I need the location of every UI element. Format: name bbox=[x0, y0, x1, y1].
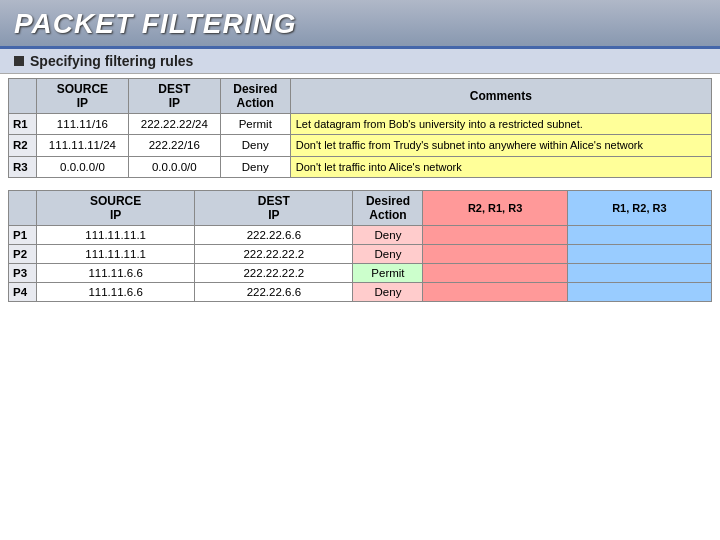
row-p3-r1r2r3 bbox=[567, 263, 711, 282]
th-b-desired-action: DesiredAction bbox=[353, 190, 423, 225]
row-p3-dest: 222.22.22.2 bbox=[195, 263, 353, 282]
row-r1-source: 111.11/16 bbox=[37, 114, 129, 135]
row-r3-dest: 0.0.0.0/0 bbox=[128, 156, 220, 177]
row-p2-dest: 222.22.22.2 bbox=[195, 244, 353, 263]
row-r1-comment: Let datagram from Bob's university into … bbox=[290, 114, 711, 135]
row-r2-source: 111.11.11/24 bbox=[37, 135, 129, 156]
row-id-p3: P3 bbox=[9, 263, 37, 282]
row-p2-r2r1r3 bbox=[423, 244, 567, 263]
row-id-r3: R3 bbox=[9, 156, 37, 177]
row-p1-source: 111.11.11.1 bbox=[37, 225, 195, 244]
row-p1-action: Deny bbox=[353, 225, 423, 244]
th-r1r2r3: R1, R2, R3 bbox=[567, 190, 711, 225]
row-p4-dest: 222.22.6.6 bbox=[195, 282, 353, 301]
row-r1-action: Permit bbox=[220, 114, 290, 135]
row-p2-source: 111.11.11.1 bbox=[37, 244, 195, 263]
page-header: PACKET FILTERING bbox=[0, 0, 720, 49]
row-p4-action: Deny bbox=[353, 282, 423, 301]
row-p4-r2r1r3 bbox=[423, 282, 567, 301]
page: PACKET FILTERING Specifying filtering ru… bbox=[0, 0, 720, 540]
table-row: R1 111.11/16 222.22.22/24 Permit Let dat… bbox=[9, 114, 712, 135]
table-row: R3 0.0.0.0/0 0.0.0.0/0 Deny Don't let tr… bbox=[9, 156, 712, 177]
row-p3-r2r1r3 bbox=[423, 263, 567, 282]
th-empty-2 bbox=[9, 190, 37, 225]
row-p1-r2r1r3 bbox=[423, 225, 567, 244]
row-r3-comment: Don't let traffic into Alice's network bbox=[290, 156, 711, 177]
subheader-text: Specifying filtering rules bbox=[30, 53, 193, 69]
row-id-p4: P4 bbox=[9, 282, 37, 301]
th-r2r1r3: R2, R1, R3 bbox=[423, 190, 567, 225]
th-desired-action: DesiredAction bbox=[220, 79, 290, 114]
table-row: P1 111.11.11.1 222.22.6.6 Deny bbox=[9, 225, 712, 244]
top-table: SOURCEIP DESTIP DesiredAction Comments R… bbox=[8, 78, 712, 178]
row-p2-action: Deny bbox=[353, 244, 423, 263]
row-p4-r1r2r3 bbox=[567, 282, 711, 301]
th-comments: Comments bbox=[290, 79, 711, 114]
page-title: PACKET FILTERING bbox=[14, 8, 706, 40]
row-id-r1: R1 bbox=[9, 114, 37, 135]
row-p3-source: 111.11.6.6 bbox=[37, 263, 195, 282]
row-p2-r1r2r3 bbox=[567, 244, 711, 263]
bullet-icon bbox=[14, 56, 24, 66]
row-r3-source: 0.0.0.0/0 bbox=[37, 156, 129, 177]
table-row: P3 111.11.6.6 222.22.22.2 Permit bbox=[9, 263, 712, 282]
th-empty bbox=[9, 79, 37, 114]
th-b-source-ip: SOURCEIP bbox=[37, 190, 195, 225]
row-p3-action: Permit bbox=[353, 263, 423, 282]
row-p1-dest: 222.22.6.6 bbox=[195, 225, 353, 244]
row-id-p1: P1 bbox=[9, 225, 37, 244]
row-id-p2: P2 bbox=[9, 244, 37, 263]
row-r3-action: Deny bbox=[220, 156, 290, 177]
th-source-ip: SOURCEIP bbox=[37, 79, 129, 114]
bottom-table-header-row: SOURCEIP DESTIP DesiredAction R2, R1, R3… bbox=[9, 190, 712, 225]
row-r2-dest: 222.22/16 bbox=[128, 135, 220, 156]
top-table-container: SOURCEIP DESTIP DesiredAction Comments R… bbox=[0, 74, 720, 180]
row-r2-comment: Don't let traffic from Trudy's subnet in… bbox=[290, 135, 711, 156]
table-row: P4 111.11.6.6 222.22.6.6 Deny bbox=[9, 282, 712, 301]
bottom-table: SOURCEIP DESTIP DesiredAction R2, R1, R3… bbox=[8, 190, 712, 302]
subheader: Specifying filtering rules bbox=[0, 49, 720, 74]
row-r2-action: Deny bbox=[220, 135, 290, 156]
th-b-dest-ip: DESTIP bbox=[195, 190, 353, 225]
table-row: P2 111.11.11.1 222.22.22.2 Deny bbox=[9, 244, 712, 263]
bottom-table-container: SOURCEIP DESTIP DesiredAction R2, R1, R3… bbox=[0, 186, 720, 304]
th-dest-ip: DESTIP bbox=[128, 79, 220, 114]
row-p4-source: 111.11.6.6 bbox=[37, 282, 195, 301]
row-id-r2: R2 bbox=[9, 135, 37, 156]
row-r1-dest: 222.22.22/24 bbox=[128, 114, 220, 135]
top-table-header-row: SOURCEIP DESTIP DesiredAction Comments bbox=[9, 79, 712, 114]
row-p1-r1r2r3 bbox=[567, 225, 711, 244]
table-row: R2 111.11.11/24 222.22/16 Deny Don't let… bbox=[9, 135, 712, 156]
